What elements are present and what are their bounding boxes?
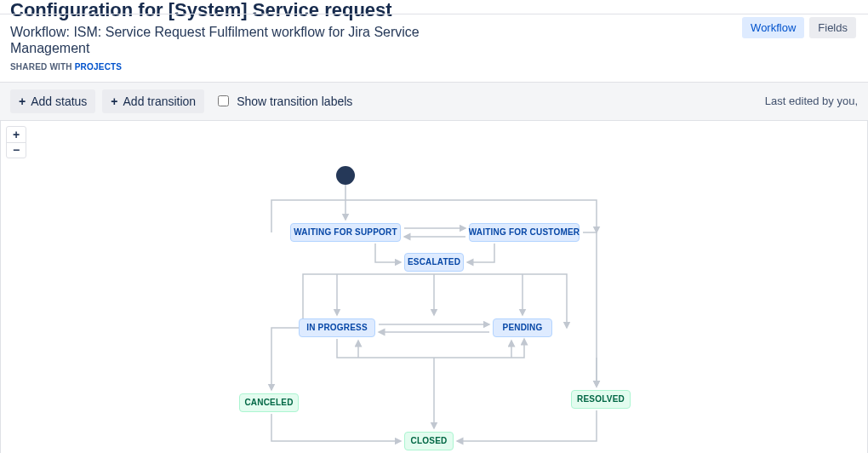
page-title: Configuration for [System] Service reque… [10,0,858,20]
status-in-progress[interactable]: IN PROGRESS [299,318,375,337]
show-transition-labels-toggle[interactable]: Show transition labels [214,93,352,109]
workflow-toolbar: + Add status + Add transition Show trans… [0,82,868,121]
status-waiting-for-customer[interactable]: WAITING FOR CUSTOMER [469,223,580,242]
status-resolved[interactable]: RESOLVED [571,390,631,409]
add-status-label: Add status [31,95,87,108]
workflow-canvas[interactable]: + − [0,121,868,453]
status-escalated[interactable]: ESCALATED [404,253,464,272]
status-waiting-for-support[interactable]: WAITING FOR SUPPORT [290,223,401,242]
add-status-button[interactable]: + Add status [10,89,95,113]
status-canceled[interactable]: CANCELED [239,393,299,412]
last-edited-text: Last edited by you, [765,95,858,107]
show-transition-labels-label: Show transition labels [237,95,352,108]
transition-lines [1,121,868,453]
add-transition-button[interactable]: + Add transition [102,89,204,113]
shared-prefix: SHARED WITH [10,62,75,72]
shared-with: SHARED WITH PROJECTS [10,62,858,72]
add-transition-label: Add transition [123,95,197,108]
start-node[interactable] [336,166,355,185]
divider [0,14,868,14]
plus-icon: + [111,95,117,108]
status-closed[interactable]: CLOSED [404,432,454,450]
workflow-name: Workflow: ISM: Service Request Fulfilmen… [10,24,453,56]
show-transition-labels-checkbox[interactable] [218,95,229,106]
shared-projects-link[interactable]: PROJECTS [75,62,123,72]
view-mode-toggle: Workflow Fields [742,17,856,38]
tab-workflow[interactable]: Workflow [742,17,804,38]
status-pending[interactable]: PENDING [493,318,552,337]
plus-icon: + [19,95,26,108]
tab-fields[interactable]: Fields [809,17,856,38]
